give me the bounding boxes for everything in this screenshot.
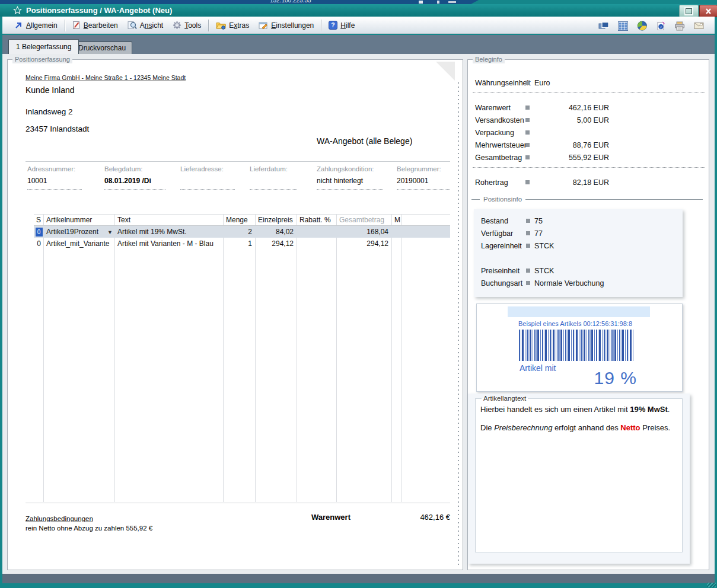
menu-item-ansicht[interactable]: Ansicht (123, 19, 168, 32)
printer-icon[interactable] (674, 21, 685, 31)
bullet-icon (525, 81, 530, 85)
belegdatum-value[interactable]: 08.01.2019 /Di (104, 177, 151, 185)
field-belegdatum: Belegdatum: 08.01.2019 /Di (104, 165, 165, 190)
arrow-up-right-icon (14, 21, 23, 30)
table-column-lines (34, 214, 450, 502)
zahlungsbedingungen-link[interactable]: Zahlungsbedingungen (26, 515, 93, 522)
col-header-menge[interactable]: Menge (224, 216, 256, 224)
col-header-m[interactable]: M (392, 216, 402, 224)
zahlungskondition-value[interactable]: nicht hinterlegt (317, 177, 363, 185)
settings-window-icon (259, 21, 268, 30)
bullet-icon (525, 106, 530, 110)
menu-item-tools[interactable]: Tools (168, 19, 206, 32)
barcode-caption: Beispiel eines Artikels 00:12:56:31:98:8 (518, 320, 632, 327)
bullet-icon (525, 130, 530, 135)
customer-name: Kunde Inland (26, 85, 75, 95)
panel-splitter[interactable] (458, 82, 459, 567)
artikellangtext-line1: Hierbei handelt es sich um einen Artikel… (480, 404, 677, 415)
group-label: Positionserfassung (12, 55, 72, 63)
positionsinfo-row: LagereinheitSTCK (474, 241, 683, 251)
article-image-text: Artikel mit (520, 363, 556, 373)
restore-icon (686, 8, 692, 14)
close-icon (705, 8, 712, 14)
window-title: Positionserfassung / WA-Angebot (Neu) (26, 6, 172, 15)
main-content: Positionserfassung Meine Firma GmbH - Me… (2, 54, 715, 574)
col-header-artikelnummer[interactable]: Artikelnummer (44, 216, 115, 224)
menu-item-bearbeiten[interactable]: Bearbeiten (68, 19, 123, 32)
group-label: Beleginfo (473, 55, 505, 63)
company-header-link[interactable]: Meine Firma GmbH - Meine Straße 1 - 1234… (26, 74, 186, 81)
artikellangtext-label: Artikellangtext (482, 395, 528, 402)
table-row-selected[interactable]: 0 Artikel19Prozent▼ Artikel mit 19% MwSt… (34, 226, 450, 238)
bottom-frame (2, 574, 715, 583)
article-image: Beispiel eines Artikels 00:12:56:31:98:8… (476, 303, 683, 392)
table-grid-icon[interactable] (618, 21, 628, 31)
toolbar-icons: i (598, 17, 704, 34)
divider (26, 161, 450, 162)
positionsinfo-row: Verfügbar77 (474, 228, 683, 239)
positionserfassung-group: Positionserfassung Meine Firma GmbH - Me… (7, 59, 463, 570)
bullet-icon (526, 219, 530, 223)
positionsinfo-header: Positionsinfo (471, 196, 703, 203)
menu-item-allgemein[interactable]: Allgemein (9, 19, 62, 32)
col-header-gesamtbetrag[interactable]: Gesamtbetrag (337, 216, 392, 224)
beleginfo-row: Verpackung (468, 127, 709, 138)
overlapping-windows-icon[interactable] (598, 21, 609, 30)
positionsinfo-row: Bestand75 (474, 216, 683, 226)
positionsinfo-panel: Bestand75 Verfügbar77 LagereinheitSTCK P… (474, 209, 683, 297)
col-header-s[interactable]: S (34, 216, 44, 224)
positions-table: S Artikelnummer Text Menge Einzelpreis R… (34, 214, 450, 502)
artikellangtext-panel: Artikellangtext Hierbei handelt es sich … (468, 394, 690, 564)
beleginfo-row: Versandkosten5,00 EUR (468, 115, 709, 126)
field-adressnummer: Adressnummer: 10001 (27, 165, 82, 190)
svg-text:i: i (661, 24, 662, 28)
resize-grip[interactable] (707, 583, 716, 587)
gear-icon (173, 21, 181, 30)
col-header-rabatt[interactable]: Rabatt. % (297, 216, 337, 224)
table-row[interactable]: 0 Artikel_mit_Variante Artikel mit Varia… (34, 238, 450, 250)
magnifier-document-icon (128, 21, 137, 30)
bullet-icon (526, 269, 530, 273)
adressnummer-value[interactable]: 10001 (27, 177, 47, 185)
mail-icon[interactable] (694, 22, 704, 30)
artikellangtext-line2: Die Preisberechnung erfolgt anhand des N… (480, 423, 677, 433)
menu-separator (65, 20, 65, 31)
dropdown-arrow-icon[interactable]: ▼ (107, 229, 113, 235)
favorite-star-icon[interactable] (13, 6, 22, 15)
bullet-icon (526, 231, 530, 235)
field-zahlungskondition: Zahlungskondition: nicht hinterlegt (317, 165, 383, 190)
zahlungsbedingungen-text: rein Netto ohne Abzug zu zahlen 555,92 € (26, 525, 152, 532)
document-info-icon[interactable]: i (657, 21, 665, 31)
customer-city: 23457 Inlandstadt (26, 124, 89, 133)
article-image-highlight (508, 306, 650, 317)
watermark-icon (436, 62, 455, 81)
menu-item-einstellungen[interactable]: Einstellungen (254, 19, 318, 32)
positionsinfo-row: PreiseinheitSTCK (474, 266, 683, 276)
bullet-icon (525, 155, 530, 159)
row-select-indicator: 0 (36, 228, 43, 237)
pie-chart-icon[interactable] (637, 21, 648, 31)
belegnummer-value[interactable]: 20190001 (397, 177, 428, 185)
close-button[interactable] (699, 5, 717, 17)
application-window: 152.100.225.55 Positionserfassung / WA-A… (0, 0, 717, 588)
beleginfo-row: Gesamtbetrag555,92 EUR (468, 152, 709, 163)
field-lieferdatum: Lieferdatum: (250, 165, 297, 190)
menu-item-hilfe[interactable]: ? Hilfe (324, 19, 359, 32)
menu-item-extras[interactable]: Extras (211, 19, 254, 32)
beleginfo-row: Warenwert462,16 EUR (468, 103, 709, 113)
warenwert-label: Warenwert (311, 513, 350, 522)
remote-session-bar: 152.100.225.55 (0, 0, 479, 4)
title-bar: Positionserfassung / WA-Angebot (Neu) (0, 4, 717, 17)
restore-button[interactable] (679, 5, 699, 17)
remote-bar-icon (448, 1, 456, 3)
remote-bar-icon (419, 1, 423, 4)
positionsinfo-row: BuchungsartNormale Verbuchung (474, 278, 683, 289)
dotted-separator (473, 92, 705, 93)
artikellangtext-box: Artikellangtext Hierbei handelt es sich … (475, 395, 683, 552)
edit-document-icon (72, 21, 81, 30)
tab-belegerfassung[interactable]: 1 Belegerfassung (8, 39, 79, 54)
col-header-text[interactable]: Text (115, 216, 224, 224)
beleginfo-group: Beleginfo WährungseinheitEuro Warenwert4… (467, 59, 709, 570)
help-icon: ? (329, 21, 337, 30)
col-header-einzelpreis[interactable]: Einzelpreis (256, 216, 297, 224)
